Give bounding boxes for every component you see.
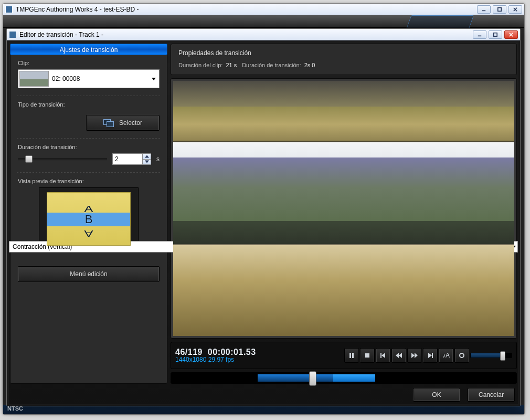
- stop-button[interactable]: [360, 348, 375, 363]
- duration-step-down[interactable]: [143, 160, 151, 165]
- selector-button-label: Selector: [119, 119, 142, 127]
- duration-spinbox[interactable]: [112, 153, 151, 165]
- app-icon: [5, 6, 13, 13]
- selector-icon: [103, 119, 114, 127]
- transition-editor-window: Editor de transición - Track 1 - Ajustes…: [6, 28, 521, 406]
- duration-input[interactable]: [113, 154, 142, 164]
- svg-point-0: [460, 353, 464, 358]
- clip-name: 02: 00008: [52, 75, 80, 82]
- duration-unit: s: [156, 155, 160, 163]
- editor-app-icon: [9, 31, 16, 38]
- volume-slider[interactable]: [470, 353, 512, 358]
- video-preview-panel: [171, 78, 517, 339]
- main-titlebar[interactable]: TMPGEnc Authoring Works 4 - test-ES-BD -: [3, 4, 524, 15]
- fast-forward-button[interactable]: [407, 348, 422, 363]
- ok-button[interactable]: OK: [413, 388, 460, 402]
- duration-slider[interactable]: [18, 154, 107, 164]
- video-preview-canvas[interactable]: [173, 81, 514, 336]
- video-format: 1440x1080 29.97 fps: [175, 356, 256, 363]
- clip-label: Clip:: [18, 60, 160, 66]
- transition-duration-prop-label: Duración de transición:: [242, 62, 301, 68]
- edit-menu-button[interactable]: Menú edición: [18, 266, 160, 282]
- timeline-playhead[interactable]: [309, 371, 316, 386]
- clip-dropdown[interactable]: 02: 00008: [18, 69, 160, 88]
- transition-duration-label: Duración de transición:: [18, 144, 160, 150]
- selector-button[interactable]: Selector: [86, 115, 160, 131]
- transition-preview-label: Vista previa de transición:: [18, 178, 160, 184]
- clip-duration-label: Duración del clip:: [178, 62, 222, 68]
- clip-duration-value: 21 s: [226, 62, 237, 68]
- rewind-button[interactable]: [391, 348, 406, 363]
- editor-close-button[interactable]: [504, 30, 518, 39]
- main-minimize-button[interactable]: [477, 5, 491, 14]
- main-toolstrip: [3, 15, 524, 28]
- timeline-scrubber[interactable]: [171, 372, 517, 384]
- main-window-title: TMPGEnc Authoring Works 4 - test-ES-BD -: [16, 6, 477, 13]
- clip-thumbnail: [19, 71, 49, 87]
- audio-track-button[interactable]: ♪A: [439, 348, 453, 363]
- editor-titlebar[interactable]: Editor de transición - Track 1 -: [7, 29, 520, 40]
- transition-properties-panel: Propiedades de transición Duración del c…: [171, 44, 517, 75]
- main-maximize-button[interactable]: [493, 5, 506, 14]
- step-back-button[interactable]: [376, 348, 390, 363]
- transport-bar: 46/119 00:00:01.53 1440x1080 29.97 fps ♪…: [171, 342, 517, 369]
- step-forward-button[interactable]: [423, 348, 438, 363]
- transition-preview: A B A: [39, 187, 139, 250]
- editor-window-title: Editor de transición - Track 1 -: [19, 31, 473, 38]
- pause-button[interactable]: [344, 348, 359, 363]
- transition-settings-panel: Ajustes de transición Clip: 02: 00008 Ti…: [10, 44, 167, 384]
- editor-minimize-button[interactable]: [473, 30, 486, 39]
- editor-maximize-button[interactable]: [489, 30, 502, 39]
- transition-duration-prop-value: 2s 0: [304, 62, 315, 68]
- cancel-button[interactable]: Cancelar: [468, 388, 515, 402]
- timecode: 00:00:01.53: [208, 348, 256, 356]
- loop-button[interactable]: [454, 348, 469, 363]
- edit-menu-button-label: Menú edición: [70, 270, 107, 278]
- properties-title: Propiedades de transición: [178, 49, 509, 57]
- main-close-button[interactable]: [508, 5, 522, 14]
- frame-counter: 46/119: [175, 348, 203, 356]
- duration-step-up[interactable]: [143, 154, 151, 160]
- stage-tab[interactable]: [407, 15, 474, 28]
- settings-panel-header: Ajustes de transición: [10, 44, 167, 55]
- transition-type-label: Tipo de transición:: [18, 101, 160, 108]
- chevron-down-icon: [152, 78, 156, 80]
